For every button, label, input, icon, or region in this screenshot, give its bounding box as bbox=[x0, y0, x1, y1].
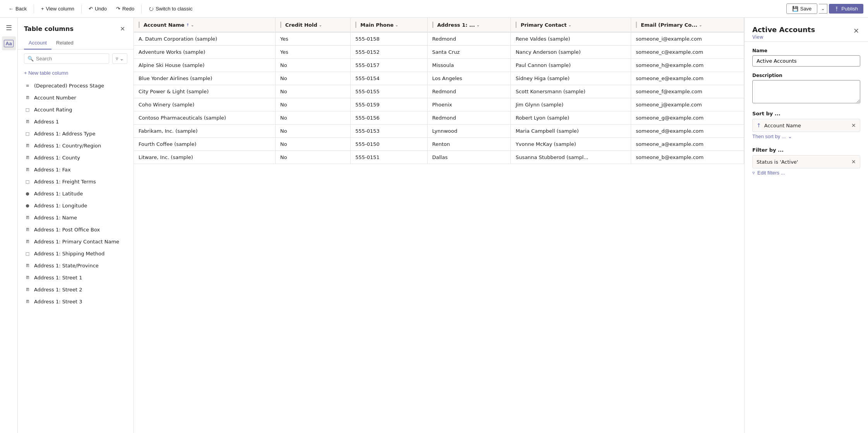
grid-column-header[interactable]: Primary Contact ⌄ bbox=[511, 18, 631, 32]
column-header-label: Account Name bbox=[144, 22, 185, 28]
list-item[interactable]: 🖹Address 1: County bbox=[18, 152, 134, 164]
table-row[interactable]: Alpine Ski House (sample)No555-0157Misso… bbox=[134, 59, 744, 72]
column-caret-icon[interactable]: ⌄ bbox=[191, 23, 194, 27]
grid-column-header[interactable]: Main Phone ⌄ bbox=[351, 18, 428, 32]
filter-box: Status is 'Active' ✕ bbox=[752, 155, 860, 168]
column-list: ≡(Deprecated) Process Stage🖹Account Numb… bbox=[18, 78, 134, 433]
filter-button[interactable]: ▿ ⌄ bbox=[112, 53, 127, 64]
table-cell: Maria Campbell (sample) bbox=[511, 125, 631, 138]
list-item[interactable]: □Account Rating bbox=[18, 104, 134, 116]
tab-related[interactable]: Related bbox=[51, 37, 78, 50]
switch-classic-button[interactable]: ⭮ Switch to classic bbox=[145, 4, 196, 14]
column-item-label: Address 1: Fax bbox=[34, 167, 71, 173]
column-divider bbox=[515, 22, 517, 28]
table-row[interactable]: Adventure Works (sample)Yes555-0152Santa… bbox=[134, 46, 744, 59]
save-chevron-button[interactable]: ⌄ bbox=[819, 4, 827, 14]
sort-remove-button[interactable]: ✕ bbox=[851, 122, 856, 128]
publish-button[interactable]: ⭱ Publish bbox=[829, 4, 863, 14]
column-item-label: Address 1: Shipping Method bbox=[34, 251, 104, 257]
right-panel-close-button[interactable]: ✕ bbox=[852, 26, 860, 36]
column-caret-icon[interactable]: ⌄ bbox=[699, 23, 702, 27]
column-type-icon: 🖹 bbox=[24, 95, 31, 101]
column-item-label: Address 1: State/Province bbox=[34, 263, 99, 269]
column-item-label: Address 1: County bbox=[34, 155, 80, 161]
table-cell: Litware, Inc. (sample) bbox=[134, 151, 275, 164]
table-row[interactable]: Blue Yonder Airlines (sample)No555-0154L… bbox=[134, 72, 744, 85]
grid-column-header[interactable]: Email (Primary Co... ⌄ bbox=[631, 18, 744, 32]
table-cell: Sidney Higa (sample) bbox=[511, 72, 631, 85]
redo-label: Redo bbox=[122, 6, 134, 12]
filter-remove-button[interactable]: ✕ bbox=[851, 159, 856, 165]
list-item[interactable]: 🖹Address 1: Post Office Box bbox=[18, 224, 134, 236]
new-column-button[interactable]: + New table column bbox=[18, 68, 134, 78]
list-item[interactable]: 🖹Address 1: State/Province bbox=[18, 260, 134, 272]
table-cell: 555-0152 bbox=[351, 46, 428, 59]
hamburger-icon: ☰ bbox=[6, 24, 12, 32]
column-type-icon: □ bbox=[24, 179, 31, 185]
column-caret-icon[interactable]: ⌄ bbox=[568, 23, 571, 27]
list-item[interactable]: 🖹Address 1: Name bbox=[18, 212, 134, 224]
name-field-input[interactable] bbox=[752, 55, 860, 67]
list-item[interactable]: 🖹Address 1: Street 3 bbox=[18, 296, 134, 308]
view-column-button[interactable]: + View column bbox=[37, 4, 78, 14]
list-item[interactable]: 🖹Address 1: Street 2 bbox=[18, 284, 134, 296]
table-row[interactable]: A. Datum Corporation (sample)Yes555-0158… bbox=[134, 32, 744, 46]
list-item[interactable]: ●Address 1: Latitude bbox=[18, 188, 134, 200]
table-cell: Missoula bbox=[427, 59, 511, 72]
table-row[interactable]: Fourth Coffee (sample)No555-0150RentonYv… bbox=[134, 138, 744, 151]
edit-filters-label: Edit filters ... bbox=[757, 170, 785, 176]
switch-icon: ⭮ bbox=[149, 6, 154, 12]
column-type-icon: 🖹 bbox=[24, 299, 31, 305]
column-type-icon: 🖹 bbox=[24, 119, 31, 125]
save-button[interactable]: 💾 Save bbox=[786, 3, 818, 14]
sort-remove-icon: ✕ bbox=[851, 122, 856, 128]
back-button[interactable]: ← Back bbox=[5, 4, 31, 14]
table-row[interactable]: City Power & Light (sample)No555-0155Red… bbox=[134, 85, 744, 98]
column-caret-icon[interactable]: ⌄ bbox=[319, 23, 322, 27]
list-item[interactable]: 🖹Address 1: Fax bbox=[18, 164, 134, 176]
table-row[interactable]: Fabrikam, Inc. (sample)No555-0153Lynnwoo… bbox=[134, 125, 744, 138]
table-cell: Susanna Stubberod (sampl... bbox=[511, 151, 631, 164]
description-field-textarea[interactable] bbox=[752, 80, 860, 103]
column-type-icon: □ bbox=[24, 131, 31, 137]
column-item-label: (Deprecated) Process Stage bbox=[34, 83, 104, 89]
column-item-label: Address 1: Post Office Box bbox=[34, 227, 100, 233]
redo-button[interactable]: ↷ Redo bbox=[112, 4, 138, 14]
back-label: Back bbox=[15, 6, 27, 12]
text-icon-button[interactable]: Aa bbox=[2, 36, 16, 50]
column-type-icon: 🖹 bbox=[24, 287, 31, 293]
menu-icon-button[interactable]: ☰ bbox=[2, 21, 16, 35]
list-item[interactable]: 🖹Account Number bbox=[18, 92, 134, 104]
table-row[interactable]: Litware, Inc. (sample)No555-0151DallasSu… bbox=[134, 151, 744, 164]
list-item[interactable]: ●Address 1: Longitude bbox=[18, 200, 134, 212]
panel-close-button[interactable]: ✕ bbox=[118, 24, 127, 34]
list-item[interactable]: 🖹Address 1 bbox=[18, 116, 134, 128]
table-row[interactable]: Contoso Pharmaceuticals (sample)No555-01… bbox=[134, 111, 744, 125]
grid-column-header[interactable]: Account Name ↑ ⌄ bbox=[134, 18, 275, 32]
table-cell: Alpine Ski House (sample) bbox=[134, 59, 275, 72]
list-item[interactable]: 🖹Address 1: Primary Contact Name bbox=[18, 236, 134, 248]
grid-column-header[interactable]: Credit Hold ⌄ bbox=[275, 18, 350, 32]
then-sort-button[interactable]: Then sort by ... ⌄ bbox=[752, 132, 792, 141]
table-cell: Adventure Works (sample) bbox=[134, 46, 275, 59]
list-item[interactable]: □Address 1: Shipping Method bbox=[18, 248, 134, 260]
tab-account[interactable]: Account bbox=[24, 37, 51, 50]
list-item[interactable]: □Address 1: Address Type bbox=[18, 128, 134, 140]
edit-filters-button[interactable]: ▿ Edit filters ... bbox=[752, 168, 785, 177]
column-caret-icon[interactable]: ⌄ bbox=[395, 23, 398, 27]
new-column-label: + New table column bbox=[24, 70, 68, 76]
table-row[interactable]: Coho Winery (sample)No555-0159PhoenixJim… bbox=[134, 98, 744, 111]
column-type-icon: 🖹 bbox=[24, 167, 31, 173]
list-item[interactable]: 🖹Address 1: Street 1 bbox=[18, 272, 134, 284]
undo-button[interactable]: ↶ Undo bbox=[85, 4, 111, 14]
column-type-icon: 🖹 bbox=[24, 143, 31, 149]
grid-column-header[interactable]: Address 1: ... ⌄ bbox=[427, 18, 511, 32]
list-item[interactable]: 🖹Address 1: Country/Region bbox=[18, 140, 134, 152]
table-cell: someone_j@example.com bbox=[631, 98, 744, 111]
list-item[interactable]: ≡(Deprecated) Process Stage bbox=[18, 80, 134, 92]
list-item[interactable]: □Address 1: Freight Terms bbox=[18, 176, 134, 188]
data-grid[interactable]: Account Name ↑ ⌄Credit Hold ⌄Main Phone … bbox=[134, 18, 744, 433]
close-icon: ✕ bbox=[853, 27, 859, 35]
search-input[interactable] bbox=[36, 56, 106, 62]
column-caret-icon[interactable]: ⌄ bbox=[476, 23, 479, 27]
